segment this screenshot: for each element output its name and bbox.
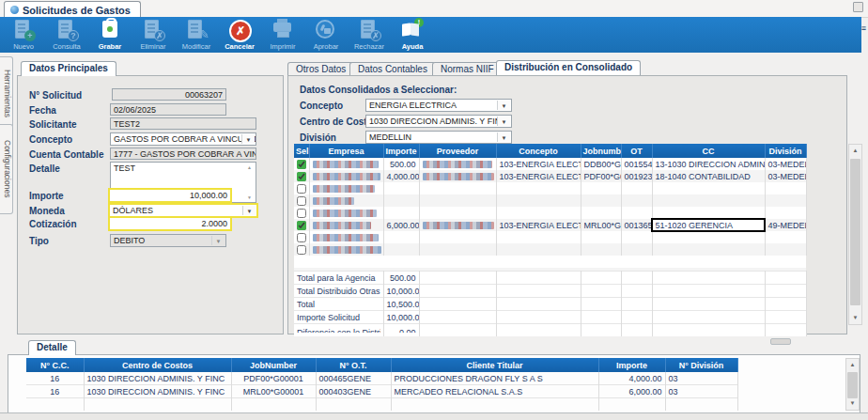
- chevron-down-icon[interactable]: ▼: [241, 134, 255, 144]
- scrollbar-thumb[interactable]: [850, 159, 860, 305]
- table-row[interactable]: 500.00 103-ENERGIA ELECTRICA DDB00*G0000…: [294, 158, 806, 170]
- chevron-down-icon[interactable]: ▼: [497, 101, 510, 110]
- title-strip: Solicitudes de Gastos: [0, 0, 868, 18]
- ayuda-button[interactable]: ! Ayuda: [391, 17, 434, 53]
- table-row[interactable]: [294, 194, 806, 207]
- sidebar-tab-configuraciones[interactable]: Configuraciones: [0, 124, 13, 214]
- distribution-table: Sel Empresa Importe Proveedor Concepto J…: [294, 144, 807, 256]
- empresa-redacted: [309, 219, 383, 231]
- window-title: Solicitudes de Gastos: [23, 5, 131, 16]
- eliminar-button[interactable]: ✗ Eliminar: [132, 17, 175, 53]
- section-label: Datos Consolidados a Seleccionar:: [300, 85, 457, 95]
- row-select-checkbox[interactable]: [297, 196, 306, 206]
- sel-division-label: División: [300, 132, 336, 143]
- detalle-header-row: N° C.C. Centro de Costos JobNumber N° O.…: [26, 358, 737, 372]
- tipo-select: DEBITO ▼: [110, 234, 226, 247]
- empresa-redacted: [309, 182, 383, 194]
- scroll-up-icon[interactable]: ▲: [849, 145, 861, 157]
- row-select-checkbox[interactable]: [297, 221, 306, 230]
- splitter-grip[interactable]: [770, 338, 791, 345]
- empresa-redacted: [309, 243, 383, 256]
- scroll-down-icon[interactable]: ▼: [846, 397, 859, 410]
- concepto-label: Concepto: [29, 134, 72, 145]
- aprobar-button[interactable]: Aprobar: [304, 17, 348, 53]
- empresa-redacted: [309, 207, 383, 219]
- chevron-down-icon[interactable]: ▼: [497, 132, 510, 142]
- row-select-checkbox[interactable]: [297, 209, 306, 218]
- importe-solicitud-row: Importe Solicitud 10,000.00: [294, 311, 806, 324]
- chevron-down-icon: ▼: [211, 236, 225, 245]
- focused-cc-cell[interactable]: 51-1020 GERENCIA: [652, 219, 765, 231]
- tab-distribucion-consolidado[interactable]: Distribución en Consolidado: [496, 60, 641, 75]
- chevron-down-icon[interactable]: ▼: [242, 206, 256, 215]
- table-row[interactable]: 6,000.00 103-ENERGIA ELECTRICA MRL00*G00…: [294, 219, 806, 231]
- row-select-checkbox[interactable]: [297, 160, 306, 169]
- table-row[interactable]: [294, 182, 806, 194]
- fecha-field: 02/06/2025: [110, 103, 226, 116]
- grid-scrollbar[interactable]: ▲ ▼: [848, 144, 862, 325]
- datos-principales-panel: N° Solicitud 00063207 Fecha 02/06/2025 S…: [17, 75, 284, 334]
- row-select-checkbox[interactable]: [297, 172, 306, 181]
- table-row: [26, 398, 737, 412]
- modificar-button[interactable]: ✎ Modificar: [175, 17, 218, 53]
- tab-detalle[interactable]: Detalle: [28, 340, 76, 355]
- window-title-tab[interactable]: Solicitudes de Gastos: [4, 1, 141, 18]
- row-select-checkbox[interactable]: [297, 233, 306, 242]
- detalle-scrollbar[interactable]: ▲ ▼: [845, 358, 860, 411]
- table-row[interactable]: 4,000.00 103-ENERGIA ELECTRICA PDF00*G00…: [294, 170, 806, 182]
- help-book-icon: !: [399, 19, 426, 41]
- save-icon: [97, 19, 123, 41]
- tab-normas-niif[interactable]: Normas NIIF: [432, 62, 503, 76]
- sidebar-tab-herramientas[interactable]: Herramientas: [0, 56, 13, 132]
- status-bar: [0, 412, 868, 420]
- sel-division-select[interactable]: MEDELLIN ▼: [365, 131, 512, 144]
- proveedor-redacted: [419, 158, 496, 170]
- tab-datos-principales[interactable]: Datos Principales: [21, 61, 116, 76]
- distribution-header-row: Sel Empresa Importe Proveedor Concepto J…: [294, 144, 806, 158]
- table-row[interactable]: 16 1030 DIRECCION ADMINIS. Y FINC MRL00*…: [26, 385, 737, 398]
- toolbar-overflow-icon[interactable]: ≡: [861, 24, 866, 33]
- detalle-table: N° C.C. Centro de Costos JobNumber N° O.…: [26, 358, 738, 411]
- row-select-checkbox[interactable]: [297, 184, 306, 194]
- empresa-redacted: [309, 231, 383, 243]
- total-distribuido-row: Total Distribuido Otras 10,000.00: [294, 285, 806, 298]
- table-row[interactable]: [294, 231, 806, 243]
- concepto-select[interactable]: GASTOS POR COBRAR A VINCULADOS ▼: [110, 132, 256, 146]
- grabar-button[interactable]: Grabar: [88, 17, 132, 53]
- diferencia-row-clipped: Diferencia con lo Distribuido 0.00: [294, 324, 806, 337]
- cotizacion-input[interactable]: 2.0000: [108, 216, 232, 231]
- rechazar-button[interactable]: ✗ Rechazar: [348, 17, 391, 53]
- tab-otros-datos[interactable]: Otros Datos: [287, 62, 354, 76]
- reject-document-icon: ✗: [356, 19, 382, 41]
- table-row[interactable]: 16 1030 DIRECCION ADMINIS. Y FINC PDF00*…: [26, 372, 737, 385]
- row-select-checkbox[interactable]: [297, 245, 306, 255]
- app-icon: [10, 6, 19, 14]
- consulta-button[interactable]: ? Consulta: [45, 17, 88, 53]
- total-agencia-row: Total para la Agencia 500.00: [294, 272, 806, 285]
- nuevo-button[interactable]: + Nuevo: [2, 17, 45, 53]
- distribucion-panel: Datos Consolidados a Seleccionar: Concep…: [287, 75, 847, 334]
- cuenta-contable-field: 1777 - GASTOS POR COBRAR A VINCULADOS - …: [110, 148, 256, 160]
- n-solicitud-field: 00063207: [112, 88, 226, 101]
- scroll-down-icon[interactable]: ▼: [849, 312, 861, 324]
- imprimir-button[interactable]: Imprimir: [261, 17, 304, 53]
- chevron-down-icon[interactable]: ▼: [497, 117, 510, 126]
- table-row[interactable]: [294, 243, 806, 256]
- scroll-arrows-icon[interactable]: ▲▼: [245, 164, 254, 200]
- window-pin-icon[interactable]: [853, 2, 863, 12]
- importe-input[interactable]: 10,000.00: [108, 188, 232, 203]
- scrollbar-thumb[interactable]: [847, 372, 858, 398]
- table-row[interactable]: [294, 207, 806, 219]
- scroll-up-icon[interactable]: ▲: [846, 359, 859, 371]
- query-document-icon: ?: [54, 19, 80, 41]
- edit-document-icon: ✎: [183, 19, 209, 41]
- importe-label: Importe: [29, 191, 64, 201]
- sel-concepto-select[interactable]: ENERGIA ELECTRICA ▼: [365, 99, 512, 112]
- cuenta-contable-label: Cuenta Contable: [29, 149, 103, 160]
- empresa-redacted: [309, 170, 383, 182]
- tab-datos-contables[interactable]: Datos Contables: [349, 62, 436, 76]
- sel-centro-costos-select[interactable]: 1030 DIRECCION ADMINIS. Y FINC ▼: [365, 115, 512, 128]
- cancelar-button[interactable]: ✗ Cancelar: [218, 17, 261, 53]
- empresa-redacted: [309, 194, 383, 207]
- cotizacion-label: Cotización: [29, 219, 77, 229]
